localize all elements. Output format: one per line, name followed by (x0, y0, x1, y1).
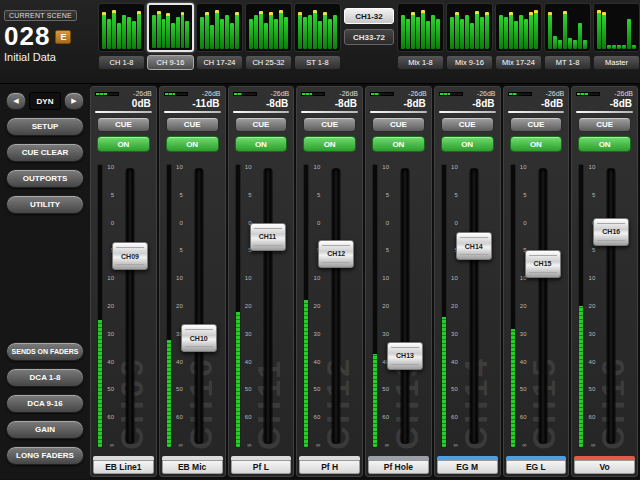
on-button[interactable]: ON (166, 136, 219, 152)
prev-arrow-button[interactable]: ◀ (6, 92, 26, 110)
value-underline (576, 111, 633, 113)
fader-knob[interactable]: CH09 (112, 242, 148, 270)
meter-bank-tab[interactable]: Mix 17-24 (495, 55, 542, 70)
meter-block[interactable]: CH 17-24 (196, 3, 243, 81)
bank-button-ch33-72[interactable]: CH33-72 (344, 29, 394, 45)
fader-knob[interactable]: CH10 (181, 324, 217, 352)
long-faders-button[interactable]: LONG FADERS (6, 446, 84, 465)
channel-level-meter (578, 164, 584, 448)
fader-scale-label: 60 (311, 414, 322, 420)
fader-track[interactable]: CH13 (392, 160, 418, 452)
bank-button-ch1-32[interactable]: CH1-32 (344, 8, 394, 24)
dca-9-16-button[interactable]: DCA 9-16 (6, 394, 84, 413)
utility-button[interactable]: UTILITY (6, 195, 84, 214)
cue-button[interactable]: CUE (303, 117, 356, 132)
channel-name-tag[interactable]: Pf Hole (368, 460, 429, 474)
fader-track[interactable]: CH10 (186, 160, 212, 452)
mixer-app: CURRENT SCENE 028 E Initial Data CH 1-8 … (0, 0, 640, 480)
meter-block[interactable]: CH 1-8 (98, 3, 145, 81)
on-button[interactable]: ON (303, 136, 356, 152)
cue-button[interactable]: CUE (235, 117, 288, 132)
fader-scale-label: 40 (518, 359, 529, 365)
setup-button[interactable]: SETUP (6, 117, 84, 136)
channel-name-tag[interactable]: EB Line1 (93, 460, 154, 474)
channel-name-tag[interactable]: Pf H (299, 460, 360, 474)
on-button[interactable]: ON (372, 136, 425, 152)
meter-bank-tab[interactable]: Master (593, 55, 640, 70)
sends-on-faders-button[interactable]: SENDS ON FADERS (6, 342, 84, 361)
fader-knob[interactable]: CH11 (250, 223, 286, 251)
meter-bar (406, 19, 410, 49)
meter-bar (298, 12, 302, 49)
meter-bar (230, 23, 234, 49)
cue-button[interactable]: CUE (97, 117, 150, 132)
on-button[interactable]: ON (235, 136, 288, 152)
fader-scale-label: 30 (105, 331, 116, 337)
meter-bar (519, 15, 523, 49)
on-button[interactable]: ON (97, 136, 150, 152)
scene-panel[interactable]: CURRENT SCENE 028 E Initial Data (4, 3, 94, 81)
channel-name-tag[interactable]: EG M (437, 460, 498, 474)
fader-track[interactable]: CH14 (461, 160, 487, 452)
meter-block[interactable]: Master (593, 3, 640, 81)
fader-track[interactable]: CH09 (117, 160, 143, 452)
channel-name-tag[interactable]: EB Mic (162, 460, 223, 474)
fader-track[interactable]: CH11 (255, 160, 281, 452)
cue-button[interactable]: CUE (578, 117, 631, 132)
cue-button[interactable]: CUE (166, 117, 219, 132)
fader-scale-label: ∞ (105, 442, 116, 448)
meter-block[interactable]: CH 9-16 (147, 3, 194, 81)
fader-knob[interactable]: CH15 (525, 250, 561, 278)
meter-block[interactable]: MT 1-8 (544, 3, 591, 81)
meter-bar (465, 15, 469, 49)
meter-bar (431, 15, 435, 49)
strip-header: -26dB (160, 87, 225, 98)
fader-scale-label: 0 (311, 220, 322, 226)
meter-bank-tab[interactable]: CH 17-24 (196, 55, 243, 70)
cue-button[interactable]: CUE (441, 117, 494, 132)
meter-block[interactable]: Mix 1-8 (397, 3, 444, 81)
meter-block[interactable]: Mix 17-24 (495, 3, 542, 81)
next-arrow-button[interactable]: ▶ (64, 92, 84, 110)
meter-bar (504, 17, 508, 49)
meter-bank-tab[interactable]: Mix 1-8 (397, 55, 444, 70)
fader-scale-label: 40 (174, 359, 185, 365)
meter-block-meters (495, 3, 542, 52)
cue-button[interactable]: CUE (372, 117, 425, 132)
fader-knob[interactable]: CH13 (387, 342, 423, 370)
channel-name-tag[interactable]: EG L (506, 460, 567, 474)
cue-clear-button[interactable]: CUE CLEAR (6, 143, 84, 162)
fader-track[interactable]: CH15 (530, 160, 556, 452)
outports-button[interactable]: OUTPORTS (6, 169, 84, 188)
fader-knob[interactable]: CH12 (318, 240, 354, 268)
fader-knob[interactable]: CH14 (456, 232, 492, 260)
channel-name-tag[interactable]: Pf L (231, 460, 292, 474)
fader-scale-label: 50 (380, 386, 391, 392)
gain-button[interactable]: GAIN (6, 420, 84, 439)
on-button[interactable]: ON (510, 136, 563, 152)
meter-bank-tab[interactable]: ST 1-8 (294, 55, 341, 70)
cue-button[interactable]: CUE (510, 117, 563, 132)
meter-block[interactable]: ST 1-8 (294, 3, 341, 81)
dca-1-8-button[interactable]: DCA 1-8 (6, 368, 84, 387)
meter-block[interactable]: CH 25-32 (245, 3, 292, 81)
on-button[interactable]: ON (578, 136, 631, 152)
meter-bank-tab[interactable]: MT 1-8 (544, 55, 591, 70)
fader-scale-label: 40 (243, 359, 254, 365)
meter-block-meters (397, 3, 444, 52)
meter-block[interactable]: Mix 9-16 (446, 3, 493, 81)
prev-arrow-icon: ◀ (13, 97, 18, 104)
fader-area: CH13 10505102030405060∞ CH13 (366, 156, 431, 456)
meter-bank-tab[interactable]: CH 9-16 (147, 55, 194, 70)
meter-bank-tab[interactable]: CH 1-8 (98, 55, 145, 70)
channel-name-tag[interactable]: Vo (574, 460, 635, 474)
fader-scale-label: 50 (311, 386, 322, 392)
meter-bank-tab[interactable]: Mix 9-16 (446, 55, 493, 70)
on-button[interactable]: ON (441, 136, 494, 152)
fader-track[interactable]: CH12 (323, 160, 349, 452)
meter-bank-tab[interactable]: CH 25-32 (245, 55, 292, 70)
dyn-mode-button[interactable]: DYN (29, 92, 61, 110)
fader-track[interactable]: CH16 (598, 160, 624, 452)
fader-knob[interactable]: CH16 (593, 218, 629, 246)
fader-knob-label: CH13 (396, 352, 414, 359)
